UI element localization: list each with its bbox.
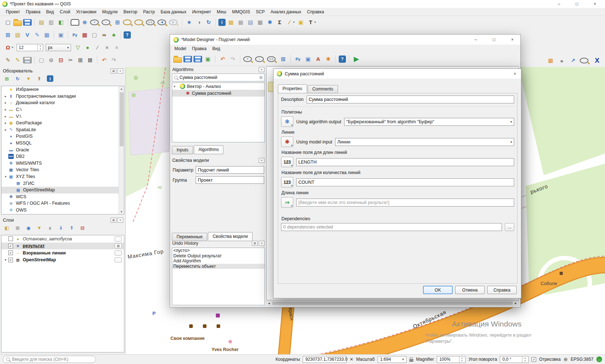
close-panel-icon[interactable]: × (259, 241, 264, 246)
close-button[interactable]: × (504, 36, 520, 44)
filter-expression-icon[interactable]: ε (47, 225, 53, 231)
temporal-controller-icon[interactable]: ◑ (195, 18, 203, 27)
menu-item[interactable]: Анализ данных (268, 9, 304, 15)
number-type-button[interactable]: 123 ▾ (281, 177, 293, 187)
dependencies-input[interactable]: 0 dependencies selected (281, 223, 502, 231)
export-svg-icon[interactable]: ✱ (324, 55, 333, 63)
identify-features-icon[interactable]: i (218, 19, 226, 26)
attribute-table-icon[interactable]: ▤ (246, 18, 255, 27)
style-manager-icon[interactable]: ◧ (57, 18, 65, 27)
tab-inputs[interactable]: Inputs (172, 146, 193, 154)
copy-features-icon[interactable]: ⊞ (76, 56, 85, 65)
menu-item[interactable]: Модули (99, 9, 120, 15)
spin-down-icon[interactable]: ▼ (459, 359, 464, 363)
value-source-button[interactable]: ✱ ▾ (281, 137, 293, 147)
layer-row-openstreetmap[interactable]: ▾ ✓ ▦ OpenStreetMap (1, 257, 124, 264)
close-panel-icon[interactable]: × (117, 218, 123, 223)
scroll-thumb[interactable] (272, 302, 513, 305)
spin-down-icon[interactable]: ▼ (38, 48, 43, 51)
filter-legend-icon[interactable]: ▼ (36, 225, 43, 231)
browser-item-2gis[interactable]: ▦ 2ГИС (1, 180, 124, 187)
refresh-map-icon[interactable]: ↻ (204, 18, 213, 27)
tab-comments[interactable]: Comments (308, 85, 338, 93)
cut-features-icon[interactable]: ✂ (66, 56, 75, 65)
coordinates-input[interactable]: 9230737.1,7367233.0 (303, 356, 347, 363)
current-edits-icon[interactable]: ✎ (4, 56, 12, 65)
browser-item-xyz-tiles[interactable]: ▾ ▦ XYZ Tiles (1, 173, 124, 180)
open-model-icon[interactable] (173, 57, 182, 63)
new-shapefile-icon[interactable]: ▧ (13, 31, 22, 39)
minimize-button[interactable]: – (551, 0, 567, 8)
undo-history-item[interactable]: Add Algorithm (172, 258, 264, 264)
spin-up-icon[interactable]: ▲ (522, 356, 528, 360)
processing-toolbox-icon[interactable]: ▩ (80, 31, 89, 39)
zoom-full-icon[interactable]: ⊞ (279, 55, 288, 63)
epsg-label[interactable]: EPSG:3857 (571, 357, 593, 362)
processing-gear-icon[interactable]: ✱ (266, 18, 274, 27)
spinner-buttons[interactable]: ▲ ▼ (37, 44, 43, 51)
browser-item-db2[interactable]: DB2 DB2 (1, 153, 124, 160)
expand-arrow-icon[interactable]: ▸ (3, 101, 8, 105)
browser-item-home[interactable]: ▸ ⌂ Домашний каталог (1, 99, 124, 106)
undo-history-item[interactable]: Переместить объект (172, 264, 264, 269)
zoom-out-icon[interactable]: – (255, 56, 264, 62)
deselect-features-icon[interactable]: ▦ (236, 18, 245, 27)
zoom-to-selection-icon[interactable] (123, 19, 132, 25)
layer-row-exploded-lines[interactable]: ✓ ─ Взорванные линии (1, 249, 124, 257)
scroll-left-icon[interactable]: ◀ (267, 302, 271, 305)
save-project-icon[interactable] (23, 19, 32, 26)
browser-item-postgis[interactable]: ● PostGIS (1, 133, 124, 140)
browser-item-ows[interactable]: ⊕ OWS (1, 207, 124, 214)
pan-map-icon[interactable] (71, 19, 79, 26)
maximize-button[interactable]: □ (569, 0, 585, 8)
expand-arrow-icon[interactable]: ▸ (3, 128, 8, 132)
scroll-thumb[interactable] (120, 92, 124, 146)
export-python-icon[interactable]: Py (294, 55, 302, 63)
line-length-output-input[interactable]: [Введите имя если это конечный результат… (296, 199, 514, 207)
add-selected-layer-icon[interactable]: ⊞ (4, 75, 10, 82)
output-button[interactable]: ⇒ ▾ (281, 197, 293, 208)
layer-visibility-checkbox[interactable]: ✓ (8, 258, 13, 262)
menu-item[interactable]: MMQGIS (229, 9, 253, 15)
expand-arrow-icon[interactable]: ▸ (3, 115, 8, 118)
expand-arrow-icon[interactable]: ▸ (3, 108, 8, 111)
more-toolbars-icon[interactable]: » (557, 56, 566, 65)
python-console-icon[interactable]: Py (71, 31, 79, 39)
zoom-native-icon[interactable]: 1:1 (146, 19, 155, 25)
tab-properties[interactable]: Properties (278, 84, 307, 93)
layer-styling-icon[interactable]: ◧ (4, 225, 10, 231)
browser-item-vector-tiles[interactable]: ▦ Vector Tiles (1, 167, 124, 173)
close-panel-icon[interactable]: × (117, 68, 123, 74)
ok-button[interactable]: OK (423, 286, 453, 294)
close-button[interactable]: × (509, 70, 521, 78)
tab-algorithms[interactable]: Algorithms (194, 145, 224, 154)
rotation-spinner[interactable]: 0,0 ° ▲ ▼ (500, 356, 529, 363)
model-canvas-hscrollbar[interactable]: ◀ ▶ (266, 301, 519, 306)
algorithm-item-row[interactable]: ✱ Сумма расстояний (172, 90, 264, 97)
remove-layer-icon[interactable]: ⊟ (79, 225, 86, 231)
save-model-icon[interactable] (183, 56, 192, 62)
cancel-button[interactable]: Отмена (455, 286, 485, 294)
expand-arrow-icon[interactable]: ▾ (3, 175, 8, 178)
help-button[interactable]: Справка (487, 286, 517, 294)
collapse-all-icon[interactable]: ⇑ (36, 75, 43, 82)
layer-visibility-checkbox[interactable]: ✓ (8, 244, 13, 248)
expand-all-icon[interactable]: ⇓ (58, 225, 64, 231)
render-checkbox[interactable]: ✓ (531, 357, 536, 362)
layer-row-result[interactable]: ✓ ■ результат ▦ (1, 243, 124, 250)
magnifier-spinner[interactable]: 100% ▲ ▼ (437, 356, 466, 363)
self-snapping-icon[interactable]: × (112, 43, 121, 52)
redo-icon[interactable]: ↷ (110, 56, 118, 65)
layer-row-bus-stops[interactable]: ● Остановки_автобусов (1, 235, 124, 243)
layer-visibility-checkbox[interactable]: ✓ (8, 250, 13, 255)
layer-visibility-icon[interactable]: ◉ (25, 225, 32, 231)
menu-item[interactable]: Слой (57, 9, 73, 15)
spin-up-icon[interactable]: ▲ (459, 356, 464, 360)
browser-item-spatialite[interactable]: ▸ ✎ SpatiaLite (1, 126, 124, 133)
redo-icon[interactable]: ↷ (228, 55, 237, 63)
close-button[interactable]: × (587, 0, 603, 8)
zoom-in-icon[interactable]: + (90, 19, 99, 25)
model-help-icon[interactable]: ? (339, 56, 346, 63)
undo-icon[interactable]: ↶ (218, 55, 227, 63)
topological-editing-icon[interactable]: ▽ (74, 43, 82, 52)
